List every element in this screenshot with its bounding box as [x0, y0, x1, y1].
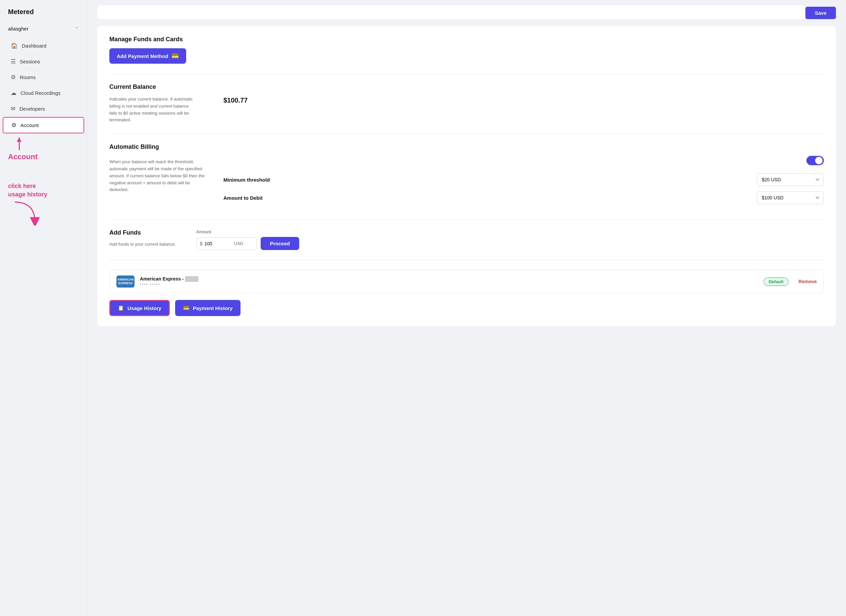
sidebar-item-label: Sessions — [20, 59, 40, 65]
add-payment-label: Add Payment Method — [117, 53, 168, 59]
card-item: AMERICANEXPRESS American Express - ████ … — [109, 270, 824, 293]
automatic-billing-title: Automatic Billing — [109, 144, 824, 151]
proceed-button[interactable]: Proceed — [260, 237, 299, 250]
sidebar-item-sessions[interactable]: ☰ Sessions — [3, 54, 84, 69]
payment-history-icon: 💳 — [183, 305, 190, 311]
amex-logo: AMERICANEXPRESS — [116, 276, 134, 287]
username: aliasgher — [8, 26, 28, 31]
main-content: Save Manage Funds and Cards Add Payment … — [87, 0, 846, 616]
balance-amount: $100.77 — [224, 96, 247, 104]
divider — [109, 74, 824, 74]
manage-funds-title: Manage Funds and Cards — [109, 36, 824, 43]
curved-arrow-icon — [8, 199, 41, 226]
current-balance-section: Current Balance Indicates your current b… — [109, 84, 824, 124]
usage-history-icon: 📋 — [118, 305, 124, 311]
amount-to-debit-select[interactable]: $100 USD $50 USD $200 USD $500 USD — [757, 191, 824, 204]
sidebar-item-rooms[interactable]: ⚙ Rooms — [3, 70, 84, 85]
currency-label: USD — [234, 241, 243, 246]
card-masked: •••• ••••• — [140, 282, 764, 287]
account-gear-icon: ⚙ — [12, 122, 16, 129]
sidebar-item-account[interactable]: ⚙ Account — [3, 117, 84, 133]
sidebar-item-label: Developers — [19, 106, 45, 111]
history-buttons: 📋 Usage History 💳 Payment History — [109, 300, 824, 316]
developers-icon: ✉ — [11, 105, 15, 112]
add-funds-title: Add Funds — [109, 229, 176, 236]
amount-to-debit-row: Amount to Debit $100 USD $50 USD $200 US… — [224, 191, 824, 204]
main-card: Manage Funds and Cards Add Payment Metho… — [97, 26, 836, 326]
payment-history-label: Payment History — [193, 305, 232, 311]
cloud-icon: ☁ — [11, 89, 16, 97]
divider — [109, 220, 824, 220]
sessions-icon: ☰ — [11, 58, 16, 65]
home-icon: 🏠 — [11, 42, 18, 49]
amount-input-row: $ USD Proceed — [196, 237, 824, 250]
sidebar-nav: 🏠 Dashboard ☰ Sessions ⚙ Rooms ☁ Cloud R… — [0, 38, 87, 134]
card-info: American Express - ████ •••• ••••• — [140, 276, 764, 287]
default-badge: Default — [764, 277, 788, 286]
sidebar-item-label: Cloud Recordings — [21, 90, 60, 96]
add-funds-row: Add Funds Add funds to your current bala… — [109, 229, 824, 250]
balance-description: Indicates your current balance. If autom… — [109, 96, 197, 124]
min-threshold-select[interactable]: $20 USD $5 USD $10 USD $50 USD — [757, 173, 824, 186]
amount-label: Amount — [196, 229, 824, 234]
auto-billing-row: When your balance will reach the thresho… — [109, 156, 824, 210]
remove-card-button[interactable]: Remove — [799, 279, 817, 284]
divider — [109, 134, 824, 134]
usage-history-button[interactable]: 📋 Usage History — [109, 300, 170, 316]
chevron-down-icon: ⌃ — [75, 26, 79, 31]
divider — [109, 260, 824, 260]
manage-funds-section: Manage Funds and Cards Add Payment Metho… — [109, 36, 824, 64]
current-balance-title: Current Balance — [109, 84, 824, 91]
min-threshold-row: Minimum threshold $20 USD $5 USD $10 USD… — [224, 173, 824, 186]
dollar-sign-icon: $ — [200, 241, 203, 246]
sidebar: Metered aliasgher ⌃ 🏠 Dashboard ☰ Sessio… — [0, 0, 87, 616]
auto-billing-description-wrap: When your balance will reach the thresho… — [109, 156, 210, 194]
add-funds-description: Add funds to your current balance. — [109, 242, 176, 247]
amount-to-debit-label: Amount to Debit — [224, 195, 263, 201]
auto-billing-description: When your balance will reach the thresho… — [109, 158, 210, 194]
top-bar: Save — [97, 0, 836, 19]
save-button[interactable]: Save — [805, 7, 836, 19]
add-payment-method-button[interactable]: Add Payment Method 💳 — [109, 48, 186, 64]
user-menu[interactable]: aliasgher ⌃ — [0, 22, 87, 38]
auto-billing-toggle[interactable] — [806, 156, 824, 165]
amount-input[interactable] — [205, 238, 231, 250]
card-icon: 💳 — [171, 52, 179, 60]
toggle-wrap — [224, 156, 824, 165]
sidebar-item-cloud-recordings[interactable]: ☁ Cloud Recordings — [3, 85, 84, 101]
app-logo: Metered — [0, 8, 87, 22]
rooms-icon: ⚙ — [11, 74, 16, 81]
usage-annotation-label: click hereusage history — [8, 182, 79, 199]
sidebar-item-label: Rooms — [20, 75, 36, 80]
sidebar-item-label: Account — [21, 122, 38, 128]
usage-history-label: Usage History — [128, 305, 161, 311]
sidebar-item-dashboard[interactable]: 🏠 Dashboard — [3, 38, 84, 53]
automatic-billing-section: Automatic Billing When your balance will… — [109, 144, 824, 210]
add-funds-left: Add Funds Add funds to your current bala… — [109, 229, 176, 247]
balance-row: Indicates your current balance. If autom… — [109, 96, 824, 124]
auto-billing-controls: Minimum threshold $20 USD $5 USD $10 USD… — [224, 156, 824, 210]
payment-history-button[interactable]: 💳 Payment History — [175, 300, 241, 316]
min-threshold-label: Minimum threshold — [224, 177, 270, 183]
sidebar-item-label: Dashboard — [22, 43, 46, 48]
amount-input-wrap: $ USD — [196, 237, 257, 250]
add-funds-section: Add Funds Add funds to your current bala… — [109, 229, 824, 250]
account-annotation-label: Account — [8, 150, 79, 162]
add-funds-right: Amount $ USD Proceed — [196, 229, 824, 250]
card-name: American Express - ████ — [140, 276, 764, 282]
sidebar-item-developers[interactable]: ✉ Developers — [3, 101, 84, 116]
